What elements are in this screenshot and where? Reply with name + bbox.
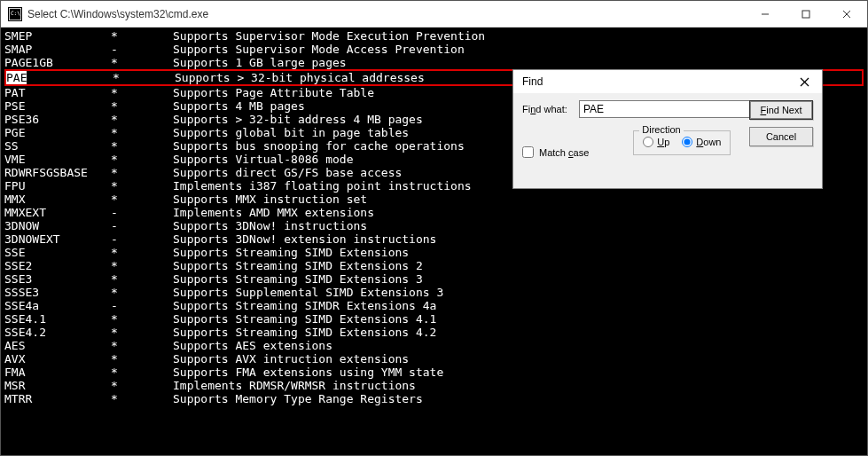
feature-flag: * bbox=[111, 366, 173, 379]
feature-name: SSE3 bbox=[4, 272, 111, 286]
feature-name: AES bbox=[4, 339, 111, 352]
feature-name: FPU bbox=[4, 179, 111, 193]
feature-flag: * bbox=[111, 193, 173, 206]
feature-desc: Supports direct GS/FS base access bbox=[173, 166, 402, 179]
feature-desc: Supports Supervisor Mode Execution Preve… bbox=[173, 29, 485, 43]
console-row: SMEP*Supports Supervisor Mode Execution … bbox=[4, 29, 864, 43]
feature-flag: * bbox=[111, 259, 173, 272]
feature-name: VME bbox=[4, 153, 111, 166]
console-row: SSE2*Supports Streaming SIMD Extensions … bbox=[4, 259, 864, 272]
feature-flag: - bbox=[111, 43, 173, 56]
feature-name: SSE4.2 bbox=[4, 326, 111, 339]
console-row: MMXEXT-Implements AMD MMX extensions bbox=[4, 206, 864, 219]
feature-flag: * bbox=[111, 56, 173, 69]
feature-name: SSE4.1 bbox=[4, 312, 111, 326]
feature-desc: Supports Supervisor Mode Access Preventi… bbox=[173, 43, 465, 56]
feature-desc: Supports Memory Type Range Registers bbox=[173, 392, 423, 405]
feature-desc: Supports Streaming SIMD Extensions 4.1 bbox=[173, 312, 436, 326]
feature-flag: - bbox=[111, 232, 173, 246]
titlebar[interactable]: C:\ Select C:\Windows\system32\cmd.exe bbox=[1, 1, 867, 28]
direction-down-input[interactable] bbox=[682, 137, 692, 147]
find-title-text: Find bbox=[522, 75, 543, 88]
feature-name: SMEP bbox=[4, 29, 111, 43]
console-row: SSE4a-Supports Streaming SIMDR Extension… bbox=[4, 299, 864, 312]
feature-flag: * bbox=[111, 339, 173, 352]
feature-flag: * bbox=[111, 126, 173, 139]
feature-flag: * bbox=[111, 166, 173, 179]
feature-flag: * bbox=[111, 99, 173, 113]
feature-flag: * bbox=[111, 29, 173, 43]
console-row: AVX*Supports AVX intruction extensions bbox=[4, 352, 864, 366]
feature-name: FMA bbox=[4, 366, 111, 379]
feature-flag: * bbox=[111, 139, 173, 153]
feature-name: MSR bbox=[4, 379, 111, 392]
feature-name: SMAP bbox=[4, 43, 111, 56]
feature-desc: Supports Virtual-8086 mode bbox=[173, 153, 354, 166]
console-row: FMA*Supports FMA extensions using YMM st… bbox=[4, 366, 864, 379]
find-next-button[interactable]: Find Next bbox=[749, 100, 813, 120]
console-row: MTRR*Supports Memory Type Range Register… bbox=[4, 392, 864, 405]
feature-flag: * bbox=[111, 352, 173, 366]
maximize-button[interactable] bbox=[786, 1, 826, 28]
console-row: 3DNOW-Supports 3DNow! instructions bbox=[4, 219, 864, 232]
feature-name: PGE bbox=[4, 126, 111, 139]
feature-desc: Supports > 32-bit address 4 MB pages bbox=[173, 113, 423, 126]
feature-desc: Supports > 32-bit physical addresses bbox=[175, 71, 425, 84]
feature-flag: * bbox=[111, 113, 173, 126]
console-row: MMX*Supports MMX instruction set bbox=[4, 193, 864, 206]
feature-name: RDWRFSGSBASE bbox=[4, 166, 111, 179]
svg-rect-5 bbox=[802, 11, 809, 18]
console-row: SMAP-Supports Supervisor Mode Access Pre… bbox=[4, 43, 864, 56]
feature-desc: Supports Page Attribute Table bbox=[173, 86, 374, 99]
cancel-button[interactable]: Cancel bbox=[749, 127, 813, 146]
cmd-icon: C:\ bbox=[8, 7, 22, 21]
feature-name: SSE2 bbox=[4, 259, 111, 272]
feature-desc: Supports Streaming SIMD Extensions bbox=[173, 246, 409, 259]
direction-up-radio[interactable]: Up bbox=[643, 137, 669, 147]
feature-desc: Supports bus snooping for cache operatio… bbox=[173, 139, 465, 153]
feature-flag: * bbox=[111, 179, 173, 193]
direction-up-input[interactable] bbox=[643, 137, 653, 147]
feature-name: MMX bbox=[4, 193, 111, 206]
feature-desc: Supports Supplemental SIMD Extensions 3 bbox=[173, 286, 443, 299]
console-row: SSE3*Supports Streaming SIMD Extensions … bbox=[4, 272, 864, 286]
close-button[interactable] bbox=[826, 1, 867, 28]
feature-flag: * bbox=[111, 312, 173, 326]
find-what-label: Find what: bbox=[522, 104, 574, 114]
console-row: SSSE3*Supports Supplemental SIMD Extensi… bbox=[4, 286, 864, 299]
feature-desc: Implements AMD MMX extensions bbox=[173, 206, 374, 219]
feature-flag: - bbox=[111, 206, 173, 219]
minimize-button[interactable] bbox=[745, 1, 786, 28]
console-row: AES*Supports AES extensions bbox=[4, 339, 864, 352]
feature-name: PAT bbox=[4, 86, 111, 99]
direction-down-radio[interactable]: Down bbox=[682, 137, 721, 147]
feature-desc: Implements i387 floating point instructi… bbox=[173, 179, 472, 193]
feature-name: PAGE1GB bbox=[4, 56, 111, 69]
find-titlebar[interactable]: Find bbox=[513, 70, 822, 93]
feature-name: SSE bbox=[4, 246, 111, 259]
feature-name: 3DNOWEXT bbox=[4, 232, 111, 246]
feature-name: SSE4a bbox=[4, 299, 111, 312]
window-title: Select C:\Windows\system32\cmd.exe bbox=[27, 8, 208, 20]
find-close-button[interactable] bbox=[792, 72, 817, 91]
feature-desc: Supports FMA extensions using YMM state bbox=[173, 366, 443, 379]
feature-name: 3DNOW bbox=[4, 219, 111, 232]
feature-name: SSSE3 bbox=[4, 286, 111, 299]
feature-desc: Supports 1 GB large pages bbox=[173, 56, 347, 69]
feature-desc: Implements RDMSR/WRMSR instructions bbox=[173, 379, 416, 392]
feature-name: PSE36 bbox=[4, 113, 111, 126]
feature-flag: - bbox=[111, 219, 173, 232]
match-case-checkbox[interactable]: Match case bbox=[522, 146, 589, 158]
feature-name: PAE bbox=[6, 71, 113, 84]
feature-flag: * bbox=[111, 86, 173, 99]
console-row: MSR*Implements RDMSR/WRMSR instructions bbox=[4, 379, 864, 392]
feature-desc: Supports 3DNow! extension instructions bbox=[173, 232, 436, 246]
feature-flag: * bbox=[111, 153, 173, 166]
feature-desc: Supports Streaming SIMD Extensions 4.2 bbox=[173, 326, 436, 339]
feature-desc: Supports 3DNow! instructions bbox=[173, 219, 367, 232]
match-case-input[interactable] bbox=[522, 146, 534, 158]
feature-desc: Supports global bit in page tables bbox=[173, 126, 409, 139]
feature-flag: - bbox=[111, 299, 173, 312]
feature-desc: Supports Streaming SIMD Extensions 2 bbox=[173, 259, 423, 272]
feature-flag: * bbox=[111, 392, 173, 405]
